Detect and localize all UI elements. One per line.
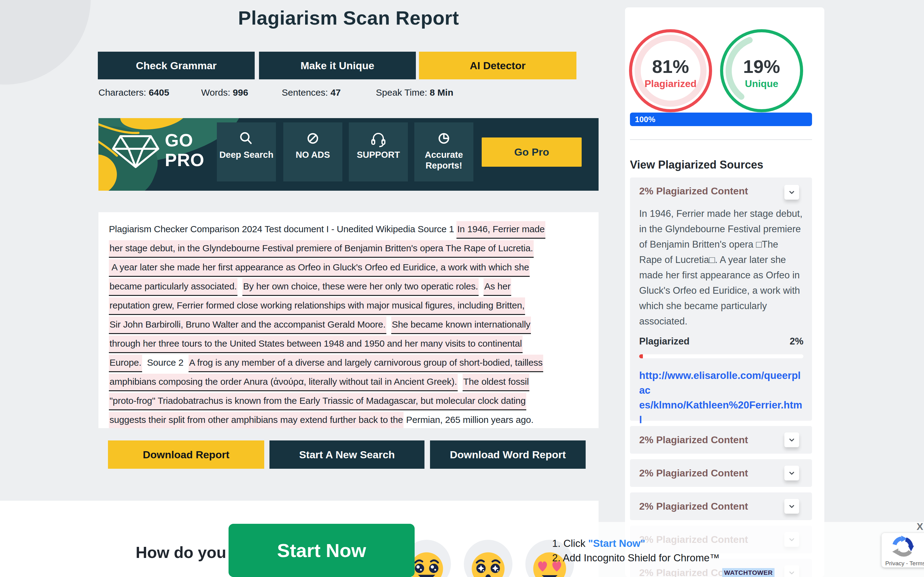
- scanned-document-box: Plagiarism Checker Comparison 2024 Test …: [98, 212, 598, 428]
- start-now-button[interactable]: Start Now: [229, 524, 414, 577]
- results-sidebar: 81% Plagiarized 19% Unique 100% View Pla…: [625, 7, 824, 577]
- stat-label: Sentences:: [282, 87, 331, 97]
- source-card-title: 2% Plagiarized Content: [639, 467, 748, 479]
- highlighted-text: By her own choice, these were her only t…: [242, 278, 479, 296]
- plain-text: Plagiarism Checker Comparison 2024 Test …: [109, 224, 456, 234]
- download-word-report-button[interactable]: Download Word Report: [430, 440, 585, 469]
- promo-step: 1. Click "Start Now": [552, 538, 645, 549]
- promo-feature: Deep Search: [217, 122, 276, 182]
- page-title: Plagiarism Scan Report: [98, 7, 598, 29]
- plain-text: [237, 281, 242, 291]
- stat-value: 47: [331, 87, 340, 97]
- source-card-title: 2% Plagiarized Content: [639, 501, 748, 512]
- source-card-collapsed: 2% Plagiarized Content: [630, 459, 812, 487]
- go-pro-button[interactable]: Go Pro: [482, 137, 582, 167]
- highlighted-text: Sir John Barbirolli, Bruno Walter and th…: [109, 316, 386, 334]
- highlighted-text: A frog is any member of a diverse and la…: [189, 355, 543, 372]
- promo-feature-label: SUPPORT: [349, 150, 408, 160]
- promo-step: 2. Add Incognito Shield for Chrome™: [552, 552, 720, 564]
- source-card-title: 2% Plagiarized Content: [639, 185, 803, 197]
- highlighted-text: through her three tours to the United St…: [109, 335, 522, 353]
- recaptcha-privacy-terms[interactable]: Privacy - Terms: [885, 560, 924, 567]
- headset-icon: [368, 129, 388, 149]
- plain-text: [458, 377, 463, 387]
- plain-text: Permian, 265 million years ago.: [403, 414, 533, 425]
- source-excerpt: In 1946, Ferrier made her stage debut, i…: [639, 206, 803, 329]
- stat-label: Speak Time:: [376, 87, 430, 97]
- highlighted-text: her stage debut, in the Glyndebourne Fes…: [109, 240, 534, 258]
- doc-line: Sir John Barbirolli, Bruno Walter and th…: [109, 315, 583, 334]
- no-ads-icon: [303, 129, 323, 149]
- plagiarized-label: Plagiarized: [640, 78, 701, 90]
- highlighted-text: The oldest fossil: [463, 374, 529, 391]
- doc-line: through her three tours to the United St…: [109, 334, 583, 353]
- pie-chart-icon: [434, 129, 454, 149]
- source-meta-row: Plagiarized 2%: [639, 336, 803, 347]
- plain-text: Source 2: [142, 358, 189, 367]
- unique-label: Unique: [731, 78, 792, 90]
- search-icon: [237, 129, 256, 149]
- sources-heading: View Plagiarized Sources: [630, 158, 763, 171]
- rating-heading: How do you rate your: [135, 536, 226, 577]
- stat-value: 6405: [148, 87, 169, 97]
- stat-words: Words: 996: [201, 87, 248, 98]
- source-meta-label: Plagiarized: [639, 336, 690, 347]
- stat-speak-time: Speak Time: 8 Min: [376, 87, 453, 98]
- doc-line: reputation grew, Ferrier formed close wo…: [109, 296, 583, 315]
- expand-source-button[interactable]: [784, 432, 799, 447]
- stat-characters: Characters: 6405: [98, 87, 169, 98]
- stats-row: Characters: 6405Words: 996Sentences: 47S…: [98, 87, 598, 100]
- doc-line: suggests their split from other amphibia…: [109, 410, 583, 428]
- collapse-source-button[interactable]: [784, 185, 799, 200]
- check-grammar-button[interactable]: Check Grammar: [98, 52, 255, 79]
- doc-line: "proto-frog" Triadobatrachus is known fr…: [109, 391, 583, 410]
- start-a-new-search-button[interactable]: Start A New Search: [269, 440, 424, 469]
- highlighted-text: became particularly associated.: [109, 278, 237, 296]
- highlighted-text: Europe.: [109, 355, 142, 372]
- divider: [630, 139, 812, 140]
- source-link[interactable]: http://www.elisarolle.com/queerplac es/k…: [639, 368, 803, 427]
- promo-feature-label: NO ADS: [283, 150, 342, 160]
- scan-progress-bar: 100%: [630, 113, 812, 126]
- highlighted-text: suggests their split from other amphibia…: [109, 412, 403, 428]
- stat-sentences: Sentences: 47: [282, 87, 341, 98]
- doc-line: became particularly associated. By her o…: [109, 277, 583, 296]
- source-card-collapsed: 2% Plagiarized Content: [630, 492, 812, 520]
- highlighted-text: amphibians composing the order Anura (ἀν…: [109, 374, 458, 391]
- doc-line: her stage debut, in the Glyndebourne Fes…: [109, 239, 583, 258]
- promo-feature: Accurate Reports!: [414, 122, 473, 182]
- stat-label: Characters:: [98, 87, 148, 97]
- promo-feature-label: Deep Search: [217, 150, 276, 160]
- highlighted-text: In 1946, Ferrier made: [456, 221, 545, 239]
- ai-detector-button[interactable]: AI Detector: [419, 52, 576, 79]
- expand-source-button[interactable]: [784, 466, 799, 480]
- doc-line: A year later she made her first appearan…: [109, 258, 583, 277]
- step-text: 2. Add Incognito Shield for Chrome™: [552, 552, 720, 564]
- source-card-title: 2% Plagiarized Content: [639, 434, 748, 446]
- go-pro-logo-text: GO PRO: [165, 131, 205, 170]
- source-card-collapsed: 2% Plagiarized Content: [630, 426, 812, 454]
- stat-value: 8 Min: [430, 87, 453, 97]
- recaptcha-badge[interactable]: Privacy - Terms: [882, 533, 924, 567]
- stat-value: 996: [233, 87, 248, 97]
- unique-percent: 19%: [731, 56, 792, 77]
- watchtower-logo: WATCHTOWER: [722, 568, 774, 577]
- source-card-expanded: 2% Plagiarized Content In 1946, Ferrier …: [630, 177, 812, 421]
- source-percent-track: [639, 354, 803, 358]
- expand-source-button[interactable]: [784, 499, 799, 514]
- diamond-icon: [111, 134, 160, 170]
- plagiarism-report-page: Plagiarism Scan Report Check GrammarMake…: [0, 0, 924, 577]
- highlighted-text: As her: [484, 278, 511, 296]
- step-highlight: "Start Now": [588, 538, 645, 549]
- download-report-button[interactable]: Download Report: [108, 440, 264, 469]
- plain-text: [386, 319, 391, 329]
- close-icon[interactable]: x: [917, 521, 923, 532]
- highlighted-text: "proto-frog" Triadobatrachus is known fr…: [109, 393, 526, 410]
- stat-label: Words:: [201, 87, 233, 97]
- highlighted-text: A year later she made her first appearan…: [109, 259, 530, 277]
- highlighted-text: reputation grew, Ferrier formed close wo…: [109, 297, 525, 315]
- plagiarized-percent: 81%: [640, 56, 701, 77]
- go-pro-banner: GO PRO Deep SearchNO ADSSUPPORTAccurate …: [98, 118, 598, 191]
- make-it-unique-button[interactable]: Make it Unique: [259, 52, 416, 79]
- promo-feature: SUPPORT: [349, 122, 408, 182]
